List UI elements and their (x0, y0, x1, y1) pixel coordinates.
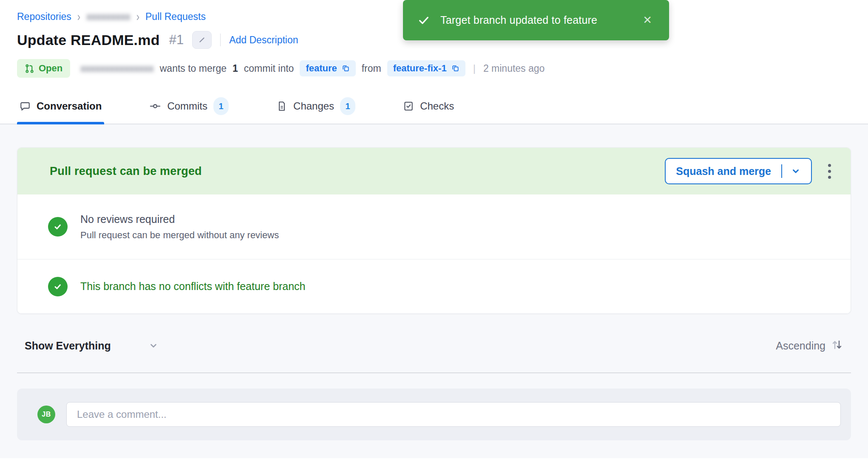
filter-label: Show Everything (25, 340, 111, 352)
comment-input[interactable] (66, 402, 841, 427)
more-options-button[interactable] (824, 160, 835, 183)
merge-status-card: Pull request can be merged Squash and me… (17, 147, 851, 314)
breadcrumb-repo-redacted[interactable]: xxxxxxxxx (86, 11, 130, 23)
tab-label: Checks (420, 100, 454, 112)
toast-message: Target branch updated to feature (440, 14, 630, 26)
tab-commits[interactable]: Commits 1 (147, 92, 231, 124)
page-title: Update README.md (17, 32, 160, 48)
source-branch-chip[interactable]: feature-fix-1 (387, 60, 465, 76)
breadcrumb-separator-icon: › (136, 10, 139, 24)
author-name-redacted: xxxxxxxxxxxxxxx (80, 63, 154, 74)
pencil-icon (197, 35, 207, 45)
add-description-link[interactable]: Add Description (229, 34, 298, 46)
toast-check-icon (417, 14, 430, 27)
check-title: This branch has no conflicts with featur… (80, 280, 305, 293)
title-divider (220, 34, 221, 46)
commits-count-badge: 1 (213, 97, 229, 115)
target-branch-name: feature (306, 63, 337, 74)
merge-banner-heading: Pull request can be merged (50, 165, 202, 178)
merge-actions: Squash and merge (665, 158, 835, 184)
tab-label: Changes (293, 100, 334, 112)
toast-close-icon[interactable]: ✕ (640, 12, 655, 28)
tab-label: Commits (167, 100, 207, 112)
check-row-conflicts: This branch has no conflicts with featur… (17, 259, 851, 313)
target-branch-chip[interactable]: feature (300, 60, 355, 76)
status-label: Open (39, 63, 62, 74)
meta-divider: | (473, 62, 476, 74)
check-circle-icon (48, 217, 68, 237)
file-icon (276, 101, 287, 112)
filter-dropdown[interactable]: Show Everything (25, 340, 159, 352)
check-subtitle: Pull request can be merged without any r… (80, 230, 279, 241)
meta-action-pre: wants to merge (160, 63, 227, 74)
chevron-down-icon (148, 341, 159, 351)
commit-icon (149, 100, 161, 112)
check-title: No reviews required (80, 213, 279, 225)
comment-composer: JB (17, 389, 851, 440)
pr-number: #1 (169, 32, 184, 48)
tab-changes[interactable]: Changes 1 (274, 92, 358, 124)
breadcrumb-repositories[interactable]: Repositories (17, 11, 71, 23)
checklist-icon (403, 101, 414, 112)
tab-conversation[interactable]: Conversation (17, 92, 104, 124)
section-divider (17, 372, 851, 373)
pull-request-icon (25, 64, 34, 73)
tab-label: Conversation (37, 100, 102, 112)
breadcrumb-pull-requests[interactable]: Pull Requests (145, 11, 206, 23)
meta-action-mid: commit into (244, 63, 294, 74)
sort-toggle[interactable]: Ascending (776, 338, 843, 353)
copy-icon (341, 64, 350, 73)
commit-count: 1 (233, 63, 238, 74)
meta-row: Open xxxxxxxxxxxxxxx wants to merge 1 co… (17, 59, 851, 78)
button-divider (781, 164, 782, 178)
meta-from-label: from (362, 63, 381, 74)
timeline-controls: Show Everything Ascending (17, 338, 851, 353)
sort-arrows-icon (831, 338, 843, 353)
check-row-reviews: No reviews required Pull request can be … (17, 194, 851, 259)
status-badge: Open (17, 59, 70, 78)
breadcrumb-separator-icon: › (77, 10, 80, 24)
toast-success: Target branch updated to feature ✕ (403, 0, 669, 40)
check-circle-icon (48, 277, 68, 296)
tab-bar: Conversation Commits 1 Changes 1 Checks (0, 92, 868, 124)
timestamp: 2 minutes ago (483, 63, 545, 74)
chevron-down-icon (791, 166, 801, 176)
edit-title-button[interactable] (192, 31, 212, 49)
squash-and-merge-button[interactable]: Squash and merge (665, 158, 812, 184)
copy-icon (451, 64, 460, 73)
sort-label: Ascending (776, 340, 825, 352)
conversation-icon (20, 101, 31, 112)
tab-checks[interactable]: Checks (400, 92, 457, 124)
source-branch-name: feature-fix-1 (393, 63, 447, 74)
squash-and-merge-label: Squash and merge (676, 165, 771, 177)
main-content: Pull request can be merged Squash and me… (0, 124, 868, 458)
merge-banner: Pull request can be merged Squash and me… (17, 148, 851, 194)
avatar: JB (37, 406, 55, 423)
changes-count-badge: 1 (340, 97, 355, 115)
